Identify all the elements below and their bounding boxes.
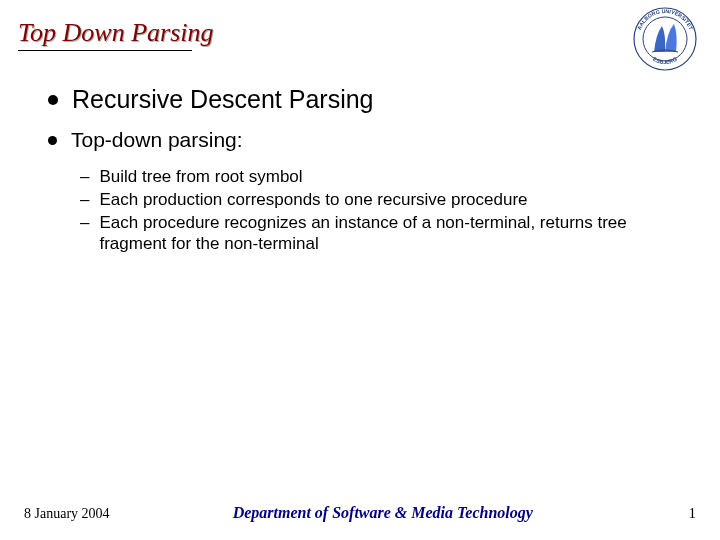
sub-bullet-item: – Build tree from root symbol — [80, 166, 692, 188]
bullet-dot-icon — [48, 136, 57, 145]
footer-page-number: 1 — [656, 505, 696, 522]
bullet-dot-icon — [48, 95, 58, 105]
university-logo: AALBORG UNIVERSITET ESBJERG — [632, 6, 698, 72]
sub-bullet-text: Each production corresponds to one recur… — [99, 189, 527, 211]
bullet-text: Recursive Descent Parsing — [72, 85, 374, 114]
slide: AALBORG UNIVERSITET ESBJERG Top Down Par… — [0, 0, 720, 540]
slide-title: Top Down Parsing — [18, 18, 692, 48]
svg-point-1 — [643, 17, 687, 61]
bullet-list: Recursive Descent Parsing Top-down parsi… — [48, 85, 692, 152]
dash-icon: – — [80, 189, 89, 211]
bullet-item: Recursive Descent Parsing — [48, 85, 692, 114]
sub-bullet-text: Build tree from root symbol — [99, 166, 302, 188]
footer-date: 8 January 2004 — [24, 506, 110, 522]
footer-department: Department of Software & Media Technolog… — [110, 504, 656, 522]
dash-icon: – — [80, 212, 89, 234]
title-underline — [18, 50, 192, 51]
sub-bullet-item: – Each production corresponds to one rec… — [80, 189, 692, 211]
sub-bullet-item: – Each procedure recognizes an instance … — [80, 212, 692, 256]
sub-bullet-text: Each procedure recognizes an instance of… — [99, 212, 692, 256]
bullet-text: Top-down parsing: — [71, 128, 243, 152]
dash-icon: – — [80, 166, 89, 188]
footer: 8 January 2004 Department of Software & … — [0, 504, 720, 522]
sub-bullet-list: – Build tree from root symbol – Each pro… — [80, 166, 692, 255]
bullet-item: Top-down parsing: — [48, 128, 692, 152]
